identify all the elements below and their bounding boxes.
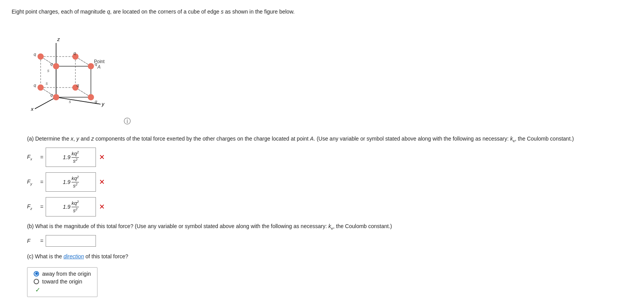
direction-word: direction [63,253,84,259]
svg-point-26 [38,84,44,91]
fy-row: Fy = 1.9 kq2 s2 ✕ [27,172,632,192]
part-c-label: (c) What is the direction of this total … [27,252,632,261]
svg-line-0 [35,97,56,109]
svg-point-28 [38,53,44,60]
svg-text:q: q [50,62,53,66]
fx-input[interactable]: 1.9 kq2 s2 [46,148,96,167]
fy-label: Fy [27,179,39,186]
svg-text:s: s [69,99,71,104]
figure-area: x y z [12,20,632,128]
f-equals: = [40,238,43,244]
svg-text:q: q [77,83,79,88]
fx-equals: = [40,154,43,160]
checkmark-icon: ✓ [35,286,91,294]
fz-equals: = [40,204,43,210]
svg-point-24 [53,63,59,69]
f-row: F = [27,235,632,247]
part-a-section: (a) Determine the x, y and z components … [27,134,632,216]
svg-text:q: q [34,83,36,88]
fx-error-mark: ✕ [99,153,105,161]
svg-text:s: s [47,68,50,73]
svg-text:x: x [31,106,34,112]
svg-point-23 [88,94,94,100]
toward-option[interactable]: toward the origin [34,278,91,285]
fy-error-mark: ✕ [99,178,105,186]
svg-text:y: y [101,101,105,107]
svg-point-25 [88,63,94,69]
toward-label: toward the origin [42,278,82,285]
svg-text:z: z [57,36,60,42]
f-label: F [27,238,39,244]
cube-figure: x y z [12,20,120,128]
part-b-section: (b) What is the magnitude of this total … [27,222,632,247]
problem-intro: Eight point charges, each of magnitude q… [12,8,632,16]
svg-text:A: A [97,64,101,70]
fx-row: Fx = 1.9 kq2 s2 ✕ [27,148,632,167]
part-b-label: (b) What is the magnitude of this total … [27,222,632,231]
svg-line-2 [56,97,101,104]
svg-text:s: s [46,81,48,86]
svg-text:q: q [50,93,53,97]
svg-text:q: q [73,51,76,55]
fx-label: Fx [27,154,39,161]
direction-radio-group: away from the origin toward the origin ✓ [27,267,97,297]
away-label: away from the origin [42,271,91,277]
svg-point-22 [53,94,59,100]
svg-text:q: q [34,52,36,57]
away-option[interactable]: away from the origin [34,271,91,277]
svg-text:Point: Point [94,59,105,64]
toward-radio[interactable] [34,279,39,284]
fy-input[interactable]: 1.9 kq2 s2 [46,172,96,192]
fz-label: Fz [27,203,39,211]
fz-error-mark: ✕ [99,203,105,211]
away-radio[interactable] [34,271,39,277]
svg-text:q: q [95,99,97,104]
fz-row: Fz = 1.9 kq2 s2 ✕ [27,197,632,216]
fy-equals: = [40,179,43,185]
part-c-section: (c) What is the direction of this total … [27,252,632,297]
part-a-label: (a) Determine the x, y and z components … [27,134,632,144]
info-icon[interactable]: ⓘ [124,117,131,126]
f-input[interactable] [46,235,96,247]
fz-input[interactable]: 1.9 kq2 s2 [46,197,96,216]
